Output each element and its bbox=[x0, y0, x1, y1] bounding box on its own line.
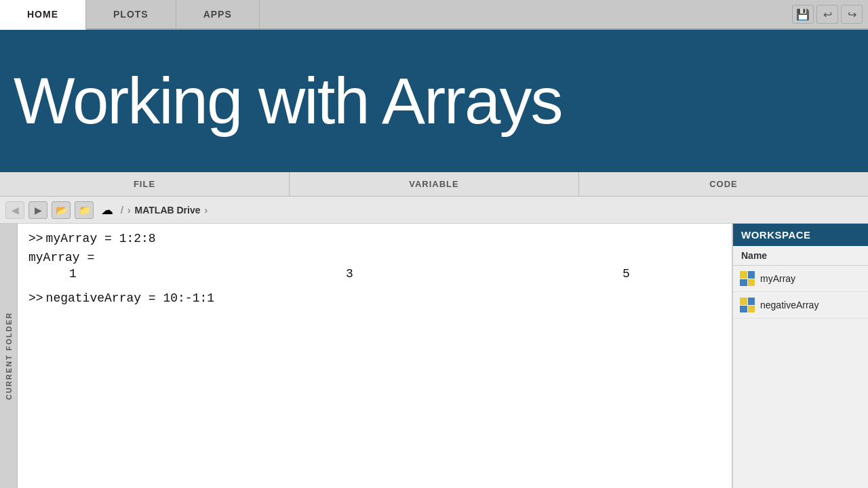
breadcrumb-sep1: / bbox=[121, 205, 123, 216]
var-icon-negativearray bbox=[740, 298, 755, 312]
section-file[interactable]: FILE bbox=[0, 172, 290, 196]
section-bar: FILE VARIABLE CODE bbox=[0, 172, 868, 197]
workspace-panel: WORKSPACE Name myArray negativeArray bbox=[732, 224, 868, 488]
cmd-code-2: negativeArray = 10:-1:1 bbox=[46, 291, 214, 305]
save-button[interactable]: 💾 bbox=[792, 5, 814, 24]
breadcrumb-path[interactable]: MATLAB Drive bbox=[135, 205, 201, 216]
workspace-header: WORKSPACE bbox=[733, 224, 868, 246]
cmd-values-1: 1 3 5 7 bbox=[69, 267, 721, 281]
section-code[interactable]: CODE bbox=[579, 172, 868, 196]
cmd-line-1: >> myArray = 1:2:8 bbox=[28, 232, 721, 245]
cmd-varname-1: myArray = bbox=[28, 251, 721, 264]
var-name-negativearray: negativeArray bbox=[760, 300, 818, 310]
var-icon-myarray bbox=[740, 271, 755, 286]
hero-title: Working with Arrays bbox=[14, 68, 561, 134]
cmd-output-1: myArray = 1 3 5 7 bbox=[28, 251, 721, 281]
var-name-myarray: myArray bbox=[760, 273, 795, 284]
up-folder-button[interactable]: 📂 bbox=[52, 201, 71, 219]
tab-home[interactable]: HOME bbox=[0, 0, 86, 30]
tab-plots[interactable]: PLOTS bbox=[86, 0, 176, 28]
back-button[interactable]: ◀ bbox=[5, 201, 24, 219]
section-variable[interactable]: VARIABLE bbox=[290, 172, 579, 196]
redo-button[interactable]: ↪ bbox=[841, 5, 863, 24]
workspace-item-negativearray[interactable]: negativeArray bbox=[733, 292, 868, 319]
breadcrumb-bar: ◀ ▶ 📂 📁 ☁ / › MATLAB Drive › bbox=[0, 197, 868, 224]
breadcrumb-arrow: › bbox=[127, 205, 131, 216]
prompt-2: >> bbox=[28, 291, 43, 305]
forward-button[interactable]: ▶ bbox=[28, 201, 47, 219]
undo-button[interactable]: ↩ bbox=[816, 5, 838, 24]
cloud-icon: ☁ bbox=[98, 201, 117, 219]
sidebar-label: CURRENT FOLDER bbox=[5, 312, 13, 400]
tab-bar: HOME PLOTS APPS 💾 ↩ ↪ bbox=[0, 0, 868, 30]
sidebar-left: CURRENT FOLDER bbox=[0, 224, 18, 488]
workspace-item-myarray[interactable]: myArray bbox=[733, 266, 868, 292]
main-area: CURRENT FOLDER >> myArray = 1:2:8 myArra… bbox=[0, 224, 868, 488]
breadcrumb-sep2: › bbox=[205, 205, 208, 216]
tab-apps[interactable]: APPS bbox=[176, 0, 260, 28]
tab-actions: 💾 ↩ ↪ bbox=[792, 0, 868, 28]
prompt-1: >> bbox=[28, 232, 43, 245]
workspace-col-name: Name bbox=[733, 246, 868, 266]
browse-button[interactable]: 📁 bbox=[75, 201, 94, 219]
hero-banner: Working with Arrays bbox=[0, 30, 868, 172]
cmd-code-1: myArray = 1:2:8 bbox=[46, 232, 156, 245]
command-window[interactable]: >> myArray = 1:2:8 myArray = 1 3 5 7 >> … bbox=[18, 224, 732, 488]
cmd-line-2: >> negativeArray = 10:-1:1 bbox=[28, 291, 721, 305]
